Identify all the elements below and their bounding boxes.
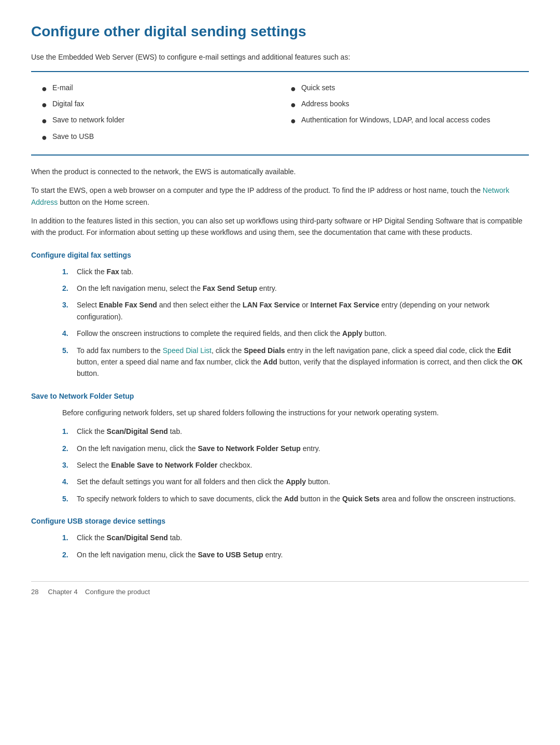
bullet-icon: ● (41, 131, 47, 144)
fax-step-3: 3. Select Enable Fax Send and then selec… (62, 299, 529, 322)
step-number: 1. (62, 266, 77, 277)
network-folder-steps-list: 1. Click the Scan/Digital Send tab. 2. O… (62, 426, 529, 504)
step-text: Click the Scan/Digital Send tab. (77, 532, 182, 543)
step-text: Set the default settings you want for al… (77, 476, 330, 487)
feature-item-quicksets: ● Quick sets (290, 82, 529, 95)
network-address-link[interactable]: Network Address (31, 186, 509, 206)
nf-step-4: 4. Set the default settings you want for… (62, 476, 529, 487)
nf-step-1: 1. Click the Scan/Digital Send tab. (62, 426, 529, 437)
feature-col-1: ● E-mail ● Digital fax ● Save to network… (31, 77, 280, 149)
section-heading-fax: Configure digital fax settings (31, 250, 529, 261)
fax-step-4: 4. Follow the onscreen instructions to c… (62, 328, 529, 339)
step-number: 5. (62, 345, 77, 356)
usb-steps-list: 1. Click the Scan/Digital Send tab. 2. O… (62, 532, 529, 560)
step-text: Click the Fax tab. (77, 266, 133, 277)
bullet-icon: ● (41, 115, 47, 128)
bullet-icon: ● (290, 115, 296, 128)
feature-item-fax: ● Digital fax (41, 99, 280, 111)
section-heading-usb: Configure USB storage device settings (31, 516, 529, 527)
bullet-icon: ● (41, 82, 47, 95)
section-configure-usb: Configure USB storage device settings 1.… (31, 516, 529, 560)
fax-step-2: 2. On the left navigation menu, select t… (62, 283, 529, 294)
step-number: 5. (62, 493, 77, 504)
step-text: On the left navigation menu, click the S… (77, 443, 320, 454)
body-para-1: When the product is connected to the net… (31, 166, 529, 177)
page-footer: 28 Chapter 4 Configure the product (31, 581, 529, 597)
bullet-icon: ● (41, 99, 47, 111)
page-title: Configure other digital sending settings (31, 21, 529, 43)
feature-col-2: ● Quick sets ● Address books ● Authentic… (280, 77, 529, 149)
section-configure-fax: Configure digital fax settings 1. Click … (31, 250, 529, 379)
step-number: 3. (62, 299, 77, 311)
feature-item-network-folder: ● Save to network folder (41, 115, 280, 128)
footer-chapter: Chapter 4 (48, 588, 78, 596)
feature-item-email: ● E-mail (41, 82, 280, 95)
nf-step-5: 5. To specify network folders to which t… (62, 493, 529, 504)
footer-chapter-title: Configure the product (85, 588, 150, 596)
feature-item-addressbooks: ● Address books (290, 99, 529, 111)
step-text: Follow the onscreen instructions to comp… (77, 328, 387, 339)
step-number: 4. (62, 476, 77, 487)
step-text: To add fax numbers to the Speed Dial Lis… (77, 345, 529, 379)
feature-table: ● E-mail ● Digital fax ● Save to network… (31, 71, 529, 156)
step-number: 1. (62, 532, 77, 543)
bullet-icon: ● (290, 99, 296, 111)
step-text: On the left navigation menu, click the S… (77, 549, 283, 560)
step-number: 2. (62, 443, 77, 454)
section-save-to-network-folder: Save to Network Folder Setup Before conf… (31, 391, 529, 504)
step-number: 3. (62, 459, 77, 471)
step-text: On the left navigation menu, select the … (77, 283, 277, 294)
step-number: 1. (62, 426, 77, 437)
bullet-icon: ● (290, 82, 296, 95)
section-heading-network-folder: Save to Network Folder Setup (31, 391, 529, 402)
footer-page-num: 28 (31, 588, 38, 596)
step-number: 4. (62, 328, 77, 339)
body-para-3: In addition to the features listed in th… (31, 215, 529, 238)
step-text: To specify network folders to which to s… (77, 493, 516, 504)
nf-step-2: 2. On the left navigation menu, click th… (62, 443, 529, 454)
step-text: Click the Scan/Digital Send tab. (77, 426, 182, 437)
speed-dial-list-link[interactable]: Speed Dial List (163, 346, 212, 355)
fax-steps-list: 1. Click the Fax tab. 2. On the left nav… (62, 266, 529, 379)
fax-step-1: 1. Click the Fax tab. (62, 266, 529, 277)
usb-step-2: 2. On the left navigation menu, click th… (62, 549, 529, 560)
step-text: Select the Enable Save to Network Folder… (77, 459, 252, 471)
feature-item-auth: ● Authentication for Windows, LDAP, and … (290, 115, 529, 128)
nf-step-3: 3. Select the Enable Save to Network Fol… (62, 459, 529, 471)
step-text: Select Enable Fax Send and then select e… (77, 299, 529, 322)
step-number: 2. (62, 283, 77, 294)
feature-item-usb: ● Save to USB (41, 131, 280, 144)
intro-paragraph: Use the Embedded Web Server (EWS) to con… (31, 52, 529, 63)
network-folder-intro: Before configuring network folders, set … (62, 407, 529, 418)
body-para-2: To start the EWS, open a web browser on … (31, 185, 529, 208)
step-number: 2. (62, 549, 77, 560)
usb-step-1: 1. Click the Scan/Digital Send tab. (62, 532, 529, 543)
fax-step-5: 5. To add fax numbers to the Speed Dial … (62, 345, 529, 379)
